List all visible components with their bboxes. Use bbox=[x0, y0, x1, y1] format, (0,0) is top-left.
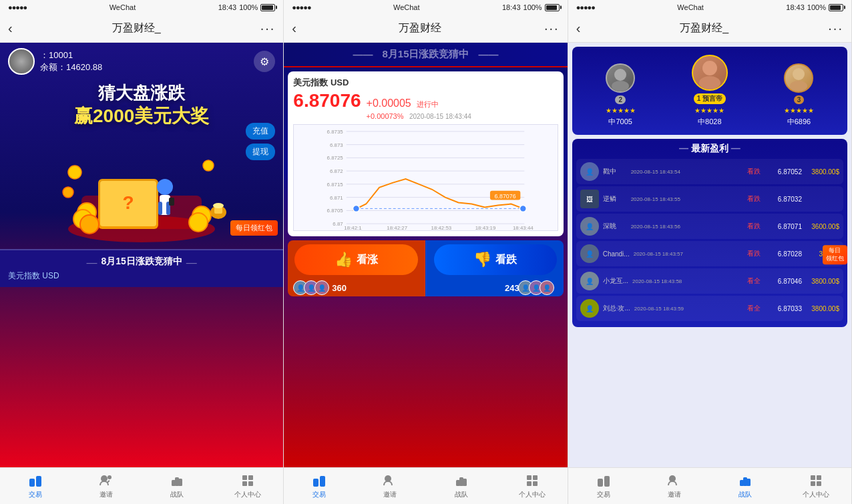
index-label: 美元指数 USD bbox=[293, 77, 349, 89]
svg-rect-12 bbox=[158, 202, 162, 215]
panel-1: ●●●●● WeChat 18:43 100% ‹ 万盈财经_ ··· ：100… bbox=[0, 0, 284, 504]
svg-rect-64 bbox=[527, 475, 531, 480]
svg-rect-79 bbox=[747, 479, 751, 486]
nav-title-1: 万盈财经_ bbox=[112, 21, 161, 35]
svg-point-24 bbox=[108, 475, 112, 479]
svg-point-15 bbox=[68, 166, 81, 179]
svg-rect-81 bbox=[817, 475, 821, 480]
svg-rect-58 bbox=[313, 479, 318, 487]
svg-text:18:43:44: 18:43:44 bbox=[513, 225, 534, 231]
panel1-content: ：10001 余额：14620.88 ⚙ 猜大盘涨跌 赢2000美元大奖 充值 … bbox=[0, 43, 283, 467]
tab-label-trade-1: 交易 bbox=[29, 490, 42, 499]
svg-point-68 bbox=[614, 69, 626, 81]
tab-profile-1[interactable]: 个人中心 bbox=[212, 473, 283, 499]
profit-dir-3: 看跌 bbox=[744, 248, 763, 259]
tab-profile-2[interactable]: 个人中心 bbox=[497, 473, 568, 499]
settings-icon[interactable]: ⚙ bbox=[254, 51, 275, 72]
up-avatars: 👤 👤 👤 bbox=[297, 280, 329, 295]
invite-icon-2 bbox=[382, 473, 398, 489]
stars-rank3: ★★★★★ bbox=[784, 107, 814, 114]
status-bar-1: ●●●●● WeChat 18:43 100% bbox=[0, 0, 283, 15]
tab-team-2[interactable]: 战队 bbox=[425, 473, 496, 499]
tab-invite-2[interactable]: 邀请 bbox=[355, 473, 425, 499]
daily-red-3[interactable]: 每日领红包 bbox=[823, 245, 847, 264]
tab-profile-3[interactable]: 个人中心 bbox=[781, 473, 851, 499]
svg-rect-21 bbox=[29, 479, 35, 487]
battery-icon-2 bbox=[545, 4, 560, 11]
profit-title: 最新盈利 bbox=[576, 143, 843, 155]
svg-text:6.8735: 6.8735 bbox=[327, 129, 344, 135]
change-date: 2020-08-15 18:43:44 bbox=[409, 113, 471, 120]
profit-price-5: 6.87033 bbox=[767, 305, 802, 312]
profile-icon bbox=[240, 473, 256, 489]
back-button[interactable]: ‹ bbox=[8, 21, 13, 36]
back-button-2[interactable]: ‹ bbox=[292, 21, 296, 36]
profit-row-0: 👤 戳中 2020-08-15 18:43:54 看跌 6.87052 3800… bbox=[576, 159, 843, 184]
more-button[interactable]: ··· bbox=[260, 21, 276, 36]
change-status: 进行中 bbox=[417, 100, 439, 108]
tab-bar-1: 交易 邀请 战队 个人中心 bbox=[0, 467, 283, 504]
dash-right: —— bbox=[479, 49, 499, 60]
tab-label-team-3: 战队 bbox=[738, 490, 752, 499]
leader-rank2: 2 ★★★★★ 中7005 bbox=[606, 63, 636, 127]
daily-red-button[interactable]: 每日领红包 bbox=[230, 220, 278, 236]
profit-avatar-4: 👤 bbox=[580, 272, 599, 290]
profit-amount-4: 3800.00$ bbox=[806, 278, 839, 285]
rank-badge-3: 3 bbox=[794, 95, 805, 104]
tab-invite-1[interactable]: 邀请 bbox=[71, 473, 142, 499]
profit-price-0: 6.87052 bbox=[767, 168, 802, 176]
tab-trade-2[interactable]: 交易 bbox=[284, 473, 355, 499]
tab-label-profile-3: 个人中心 bbox=[803, 490, 829, 499]
profile-icon-3 bbox=[808, 473, 824, 489]
profit-avatar-1: 🖼 bbox=[580, 190, 599, 208]
price-row: 6.87076 +0.00005 进行中 +0.00073% 2020-08-1… bbox=[293, 90, 558, 121]
battery-icon-3 bbox=[829, 4, 843, 11]
svg-point-10 bbox=[157, 179, 173, 195]
profit-avatar-0: 👤 bbox=[580, 162, 599, 181]
profit-time-0: 2020-08-15 18:43:54 bbox=[631, 169, 740, 175]
tab-team-3[interactable]: 战队 bbox=[710, 473, 781, 499]
tab-trade-3[interactable]: 交易 bbox=[568, 473, 639, 499]
profit-name-4: 小龙互... bbox=[603, 276, 628, 286]
profit-time-1: 2020-08-15 18:43:55 bbox=[631, 196, 740, 202]
tab-trade-1[interactable]: 交易 bbox=[0, 473, 71, 499]
tab-label-invite-3: 邀请 bbox=[668, 490, 681, 499]
change-abs: +0.00005 bbox=[367, 97, 411, 109]
svg-point-55 bbox=[520, 205, 527, 212]
nav-bar-1: ‹ 万盈财经_ ··· bbox=[0, 15, 283, 43]
profit-name-1: 逆鳞 bbox=[603, 194, 627, 204]
app-name-3: WeChat bbox=[677, 3, 704, 11]
svg-rect-59 bbox=[320, 476, 325, 487]
profit-time-5: 2020-08-15 18:43:59 bbox=[634, 306, 740, 312]
signal-icon-2: ●●●●● bbox=[292, 3, 310, 11]
bottom-title: 8月15日涨跌竞猜中 bbox=[101, 256, 182, 268]
svg-point-20 bbox=[213, 203, 224, 208]
thumb-up-icon: 👍 bbox=[335, 251, 353, 268]
chart-card: 美元指数 USD 6.87076 +0.00005 进行中 +0.00073% … bbox=[288, 71, 563, 236]
svg-text:6.8705: 6.8705 bbox=[327, 208, 344, 214]
svg-rect-27 bbox=[178, 479, 182, 486]
invite-icon-3 bbox=[666, 473, 682, 489]
svg-text:?: ? bbox=[123, 192, 134, 213]
tab-label-trade-3: 交易 bbox=[597, 490, 610, 499]
invite-icon bbox=[98, 473, 114, 489]
vote-up-button[interactable]: 👍 看涨 bbox=[294, 244, 417, 275]
vote-down-button[interactable]: 👎 看跌 bbox=[434, 244, 557, 275]
profit-name-3: Chandi... bbox=[603, 250, 630, 258]
back-button-3[interactable]: ‹ bbox=[576, 21, 581, 36]
app-name: WeChat bbox=[110, 3, 136, 11]
tab-team-1[interactable]: 战队 bbox=[142, 473, 212, 499]
svg-text:6.87076: 6.87076 bbox=[495, 193, 516, 200]
vote-up-label: 看涨 bbox=[357, 253, 378, 267]
team-icon bbox=[169, 473, 185, 489]
contest-header: —— 8月15日涨跌竞猜中 —— bbox=[284, 43, 567, 67]
leaderboard: 2 ★★★★★ 中7005 1 预言帝 ★★★★★ 中8028 bbox=[572, 47, 847, 135]
more-button-3[interactable]: ··· bbox=[828, 21, 843, 36]
tab-invite-3[interactable]: 邀请 bbox=[639, 473, 710, 499]
signal-icon-3: ●●●●● bbox=[576, 3, 595, 11]
user-area: ：10001 余额：14620.88 ⚙ bbox=[0, 43, 283, 80]
tab-label-invite-2: 邀请 bbox=[383, 490, 397, 499]
profit-avatar-2: 👤 bbox=[580, 217, 599, 236]
profit-name-0: 戳中 bbox=[603, 167, 627, 176]
more-button-2[interactable]: ··· bbox=[544, 21, 560, 36]
